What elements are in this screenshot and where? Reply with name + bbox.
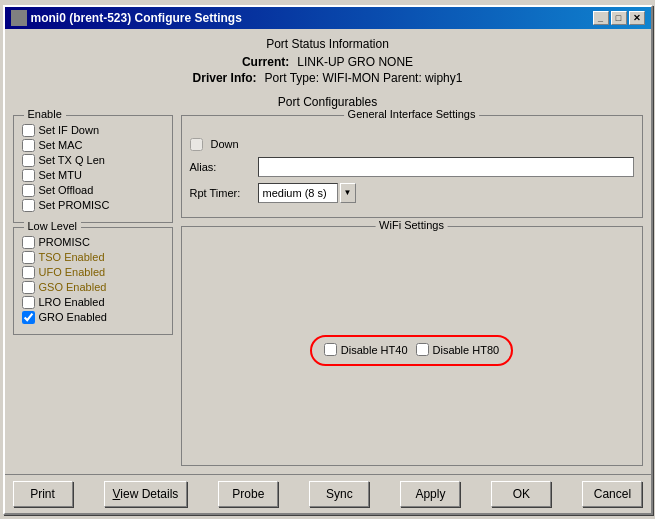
disable-ht40-row: Disable HT40: [324, 343, 408, 356]
gro-enabled-label: GRO Enabled: [39, 311, 107, 323]
ufo-enabled-checkbox[interactable]: [22, 266, 35, 279]
set-mtu-label: Set MTU: [39, 169, 82, 181]
main-panels: Enable Set IF Down Set MAC Set TX Q Len: [13, 115, 643, 466]
promisc-label: PROMISC: [39, 236, 90, 248]
tso-enabled-row: TSO Enabled: [22, 251, 164, 264]
set-promisc-row: Set PROMISC: [22, 199, 164, 212]
close-button[interactable]: ✕: [629, 11, 645, 25]
disable-ht80-checkbox[interactable]: [416, 343, 429, 356]
set-offload-label: Set Offload: [39, 184, 94, 196]
wifi-settings: WiFi Settings Disable HT40 Disable HT80: [181, 226, 643, 466]
rpt-timer-select-wrapper: medium (8 s) ▼: [258, 183, 356, 203]
lro-enabled-checkbox[interactable]: [22, 296, 35, 309]
port-status-title: Port Status Information: [13, 37, 643, 51]
lro-enabled-label: LRO Enabled: [39, 296, 105, 308]
driver-value: Port Type: WIFI-MON Parent: wiphy1: [265, 71, 463, 85]
port-status-section: Port Status Information Current: LINK-UP…: [13, 37, 643, 87]
gi-settings-title: General Interface Settings: [344, 108, 480, 120]
rpt-timer-row: Rpt Timer: medium (8 s) ▼: [190, 183, 634, 203]
down-label: Down: [211, 138, 239, 150]
driver-label: Driver Info:: [193, 71, 257, 85]
enable-group-title: Enable: [24, 108, 66, 120]
ok-button[interactable]: OK: [491, 481, 551, 507]
set-promisc-checkbox[interactable]: [22, 199, 35, 212]
title-bar-buttons: _ □ ✕: [593, 11, 645, 25]
promisc-row: PROMISC: [22, 236, 164, 249]
current-status-row: Current: LINK-UP GRO NONE: [13, 55, 643, 69]
set-promisc-label: Set PROMISC: [39, 199, 110, 211]
maximize-button[interactable]: □: [611, 11, 627, 25]
gro-enabled-checkbox[interactable]: [22, 311, 35, 324]
apply-button[interactable]: Apply: [400, 481, 460, 507]
view-details-label: View Details: [113, 487, 179, 501]
title-bar: moni0 (brent-523) Configure Settings _ □…: [5, 7, 651, 29]
low-level-group: Low Level PROMISC TSO Enabled UFO Enable…: [13, 227, 173, 335]
alias-row: Alias:: [190, 157, 634, 177]
left-panel: Enable Set IF Down Set MAC Set TX Q Len: [13, 115, 173, 466]
alias-label: Alias:: [190, 161, 250, 173]
print-button[interactable]: Print: [13, 481, 73, 507]
sync-button[interactable]: Sync: [309, 481, 369, 507]
rpt-timer-label: Rpt Timer:: [190, 187, 250, 199]
window-title: moni0 (brent-523) Configure Settings: [31, 11, 242, 25]
port-configurables-title: Port Configurables: [13, 95, 643, 109]
main-window: moni0 (brent-523) Configure Settings _ □…: [3, 5, 653, 515]
disable-ht80-row: Disable HT80: [416, 343, 500, 356]
current-value: LINK-UP GRO NONE: [297, 55, 413, 69]
tso-enabled-checkbox[interactable]: [22, 251, 35, 264]
rpt-timer-display: medium (8 s): [258, 183, 338, 203]
gso-enabled-checkbox[interactable]: [22, 281, 35, 294]
content-area: Port Status Information Current: LINK-UP…: [5, 29, 651, 474]
set-mac-row: Set MAC: [22, 139, 164, 152]
gso-enabled-row: GSO Enabled: [22, 281, 164, 294]
lro-enabled-row: LRO Enabled: [22, 296, 164, 309]
set-if-down-checkbox[interactable]: [22, 124, 35, 137]
disable-ht40-checkbox[interactable]: [324, 343, 337, 356]
bottom-bar: Print View Details Probe Sync Apply OK C…: [5, 474, 651, 513]
wifi-content: Disable HT40 Disable HT80: [190, 235, 634, 457]
minimize-button[interactable]: _: [593, 11, 609, 25]
set-mac-label: Set MAC: [39, 139, 83, 151]
set-offload-row: Set Offload: [22, 184, 164, 197]
set-offload-checkbox[interactable]: [22, 184, 35, 197]
disable-ht80-label: Disable HT80: [433, 344, 500, 356]
promisc-checkbox[interactable]: [22, 236, 35, 249]
probe-button[interactable]: Probe: [218, 481, 278, 507]
title-left: moni0 (brent-523) Configure Settings: [11, 10, 242, 26]
set-if-down-row: Set IF Down: [22, 124, 164, 137]
rpt-timer-dropdown-btn[interactable]: ▼: [340, 183, 356, 203]
wifi-settings-title: WiFi Settings: [375, 219, 448, 231]
set-mtu-row: Set MTU: [22, 169, 164, 182]
alias-input[interactable]: [258, 157, 634, 177]
disable-ht40-label: Disable HT40: [341, 344, 408, 356]
low-level-group-title: Low Level: [24, 220, 82, 232]
cancel-button[interactable]: Cancel: [582, 481, 642, 507]
ht-options-highlight: Disable HT40 Disable HT80: [310, 335, 513, 366]
set-if-down-label: Set IF Down: [39, 124, 100, 136]
down-row: Down: [190, 138, 634, 151]
gso-enabled-label: GSO Enabled: [39, 281, 107, 293]
gro-enabled-row: GRO Enabled: [22, 311, 164, 324]
enable-group: Enable Set IF Down Set MAC Set TX Q Len: [13, 115, 173, 223]
driver-info-row: Driver Info: Port Type: WIFI-MON Parent:…: [13, 71, 643, 85]
set-tx-q-len-row: Set TX Q Len: [22, 154, 164, 167]
window-icon: [11, 10, 27, 26]
current-label: Current:: [242, 55, 289, 69]
set-tx-q-len-label: Set TX Q Len: [39, 154, 105, 166]
ufo-enabled-label: UFO Enabled: [39, 266, 106, 278]
view-details-button[interactable]: View Details: [104, 481, 188, 507]
down-checkbox[interactable]: [190, 138, 203, 151]
right-panel: General Interface Settings Down Alias:: [181, 115, 643, 466]
set-tx-q-len-checkbox[interactable]: [22, 154, 35, 167]
tso-enabled-label: TSO Enabled: [39, 251, 105, 263]
general-interface-settings: General Interface Settings Down Alias:: [181, 115, 643, 218]
ufo-enabled-row: UFO Enabled: [22, 266, 164, 279]
set-mtu-checkbox[interactable]: [22, 169, 35, 182]
set-mac-checkbox[interactable]: [22, 139, 35, 152]
